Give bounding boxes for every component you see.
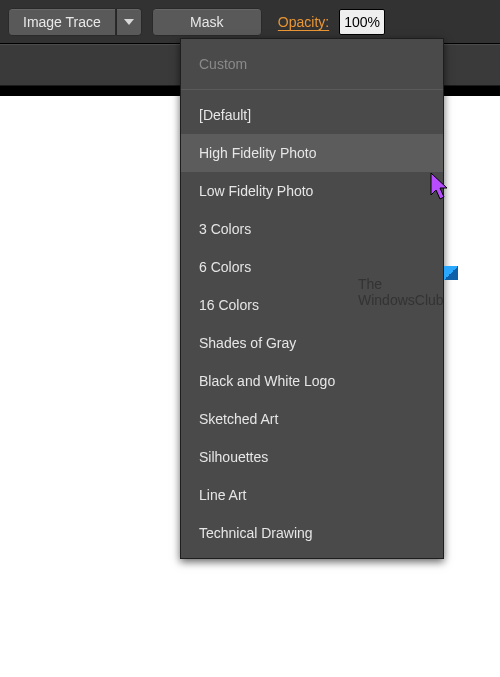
- menu-item-preset[interactable]: 6 Colors: [181, 248, 443, 286]
- menu-item-preset[interactable]: 3 Colors: [181, 210, 443, 248]
- menu-item-custom: Custom: [181, 45, 443, 83]
- image-trace-label: Image Trace: [23, 14, 101, 30]
- menu-item-preset[interactable]: [Default]: [181, 96, 443, 134]
- mask-label: Mask: [190, 14, 223, 30]
- menu-item-preset[interactable]: Silhouettes: [181, 438, 443, 476]
- chevron-down-icon: [124, 19, 134, 25]
- mask-button[interactable]: Mask: [152, 8, 262, 36]
- image-trace-button-group: Image Trace: [8, 8, 142, 36]
- menu-item-preset[interactable]: Black and White Logo: [181, 362, 443, 400]
- menu-item-preset[interactable]: Shades of Gray: [181, 324, 443, 362]
- opacity-label[interactable]: Opacity:: [278, 14, 329, 30]
- menu-item-preset[interactable]: High Fidelity Photo: [181, 134, 443, 172]
- image-trace-preset-menu: Custom [Default]High Fidelity PhotoLow F…: [180, 38, 444, 559]
- opacity-value: 100%: [344, 14, 380, 30]
- menu-item-preset[interactable]: Low Fidelity Photo: [181, 172, 443, 210]
- menu-item-preset[interactable]: 16 Colors: [181, 286, 443, 324]
- image-trace-dropdown-toggle[interactable]: [116, 8, 142, 36]
- image-trace-button[interactable]: Image Trace: [8, 8, 116, 36]
- menu-item-preset[interactable]: Sketched Art: [181, 400, 443, 438]
- preset-list: [Default]High Fidelity PhotoLow Fidelity…: [181, 90, 443, 558]
- menu-item-preset[interactable]: Technical Drawing: [181, 514, 443, 552]
- opacity-field[interactable]: 100%: [339, 9, 385, 35]
- menu-item-preset[interactable]: Line Art: [181, 476, 443, 514]
